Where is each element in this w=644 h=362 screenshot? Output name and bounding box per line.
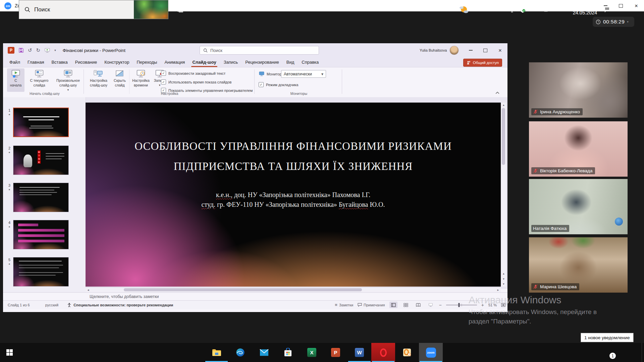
ppt-minimize-button[interactable] bbox=[463, 43, 478, 57]
task-view-button[interactable] bbox=[173, 0, 188, 19]
comments-button[interactable]: Примечания bbox=[358, 303, 385, 307]
checkbox-play-narrations[interactable]: ✓ Воспроизвести закадровый текст bbox=[161, 71, 225, 76]
reading-view-button[interactable] bbox=[414, 302, 422, 308]
taskbar-mail[interactable] bbox=[252, 343, 276, 362]
button-label: начала bbox=[10, 83, 22, 87]
taskbar-zoom[interactable]: zoom bbox=[419, 343, 443, 362]
slide-thumbnail-4[interactable] bbox=[13, 220, 69, 249]
slide-thumbnail-3[interactable] bbox=[13, 183, 69, 212]
slide-thumbnail-5[interactable] bbox=[13, 257, 69, 287]
maximize-button[interactable] bbox=[613, 0, 629, 11]
screen: zm Zoom Конференция × 00:58:29 ▾ P ↺ ↻ ▾… bbox=[0, 0, 644, 362]
timer-caret-icon: ▾ bbox=[627, 20, 629, 23]
from-beginning-button[interactable]: С начала bbox=[7, 68, 24, 92]
tab-review[interactable]: Рецензирование bbox=[241, 57, 282, 67]
redo-icon[interactable]: ↻ bbox=[36, 47, 41, 53]
weather-button[interactable]: 24°C bbox=[458, 0, 484, 19]
rehearse-timings-button[interactable]: Настройка времени bbox=[131, 68, 151, 92]
account-area[interactable]: Yulia Buhaitsova bbox=[420, 43, 459, 57]
mini-text-bar bbox=[46, 153, 64, 154]
participant-tile-1[interactable]: Ірина Андрющенко bbox=[529, 62, 628, 118]
tab-draw[interactable]: Рисование bbox=[71, 57, 101, 67]
vertical-scrollbar[interactable]: ▲ ▲ ▼ ▼ bbox=[501, 103, 506, 287]
hide-slide-button[interactable]: Скрыть слайд bbox=[112, 68, 128, 92]
tray-battery[interactable] bbox=[531, 0, 539, 19]
checkbox-use-timings[interactable]: ✓ Использовать время показа слайдов bbox=[161, 79, 231, 84]
taskbar-edge[interactable] bbox=[228, 343, 252, 362]
horizontal-scroll-thumb[interactable] bbox=[124, 288, 362, 291]
taskbar-search-box[interactable]: Поиск bbox=[19, 0, 168, 19]
slide-thumbnail-1[interactable] bbox=[13, 108, 69, 137]
task-view-icon bbox=[177, 6, 184, 13]
slide-canvas[interactable]: ОСОБЛИВОСТІ УПРАВЛІННЯ ФІНАНСОВИМИ РИЗИК… bbox=[86, 103, 501, 287]
taskbar-powerpoint[interactable]: P bbox=[324, 343, 347, 362]
start-button[interactable] bbox=[0, 343, 19, 362]
tab-home[interactable]: Главная bbox=[24, 57, 48, 67]
tray-windows-security[interactable] bbox=[520, 0, 526, 19]
setup-slideshow-button[interactable]: Настройка слайд-шоу bbox=[86, 68, 111, 92]
show-desktop-button[interactable] bbox=[642, 343, 644, 362]
tab-transitions[interactable]: Переходы bbox=[133, 57, 161, 67]
notes-pane[interactable]: Щелкните, чтобы добавить заметки bbox=[3, 292, 507, 301]
vertical-scroll-thumb[interactable] bbox=[502, 108, 505, 165]
accessibility-status[interactable]: Специальные возможности: проверьте реком… bbox=[73, 303, 173, 307]
qat-customize-caret-icon[interactable]: ▾ bbox=[54, 49, 56, 52]
taskbar-mail-app-orange[interactable] bbox=[395, 343, 419, 362]
action-center-button[interactable] bbox=[603, 0, 611, 19]
start-slideshow-icon[interactable] bbox=[44, 48, 50, 53]
taskbar-file-explorer[interactable] bbox=[205, 343, 228, 362]
tab-file[interactable]: Файл bbox=[6, 57, 24, 67]
tab-record[interactable]: Запись bbox=[220, 57, 242, 67]
slideshow-view-button[interactable] bbox=[427, 302, 435, 308]
tab-insert[interactable]: Вставка bbox=[48, 57, 71, 67]
slide-thumbnail-2[interactable]: R I S K bbox=[13, 145, 69, 175]
from-current-slide-button[interactable]: С текущего слайда bbox=[26, 68, 53, 92]
tab-slideshow[interactable]: Слайд-шоу bbox=[189, 57, 220, 67]
tab-animations[interactable]: Анимация bbox=[161, 57, 189, 67]
powerpoint-logo-icon[interactable]: P bbox=[8, 47, 14, 54]
ppt-close-button[interactable]: × bbox=[493, 43, 507, 57]
tab-view[interactable]: Вид bbox=[283, 57, 298, 67]
participant-tile-4[interactable]: Марина Шевцова bbox=[529, 237, 628, 293]
collapse-ribbon-icon[interactable] bbox=[495, 92, 499, 94]
scroll-up-icon[interactable]: ▲ bbox=[501, 104, 506, 107]
participant-name-label: Ірина Андрющенко bbox=[531, 108, 583, 115]
custom-slideshow-button[interactable]: Произвольное слайд-шоу ▾ bbox=[54, 68, 82, 92]
clock-icon bbox=[596, 19, 601, 24]
scroll-right-icon[interactable]: ► bbox=[496, 289, 500, 292]
slide-sorter-view-button[interactable] bbox=[402, 302, 410, 308]
participant-tile-2[interactable]: Вікторія Бабенко-Левада bbox=[529, 121, 628, 177]
taskbar-microsoft-store[interactable] bbox=[276, 343, 300, 362]
search-highlight-image[interactable] bbox=[134, 0, 168, 19]
scroll-left-icon[interactable]: ◄ bbox=[87, 289, 90, 292]
checkbox-presenter-view[interactable]: ✓ Режим докладчика bbox=[259, 82, 298, 87]
tray-microphone[interactable] bbox=[509, 0, 515, 19]
tray-camera[interactable] bbox=[543, 0, 550, 19]
ppt-maximize-button[interactable] bbox=[478, 43, 493, 57]
tray-clock[interactable]: 10:57 24.05.2024 bbox=[568, 0, 602, 19]
undo-icon[interactable]: ↺ bbox=[28, 47, 32, 53]
previous-slide-icon[interactable]: ▲ bbox=[501, 272, 506, 275]
horizontal-scrollbar[interactable]: ◄ ► bbox=[86, 287, 501, 292]
normal-view-button[interactable] bbox=[389, 302, 397, 308]
zoom-out-button[interactable]: − bbox=[439, 302, 442, 308]
taskbar-word[interactable]: W bbox=[347, 343, 371, 362]
taskbar-excel[interactable]: X bbox=[300, 343, 324, 362]
next-slide-icon[interactable]: ▼ bbox=[501, 278, 506, 281]
tab-design[interactable]: Конструктор bbox=[101, 57, 133, 67]
ppt-search-box[interactable]: Поиск bbox=[200, 46, 319, 55]
tab-help[interactable]: Справка bbox=[298, 57, 322, 67]
monitor-dropdown[interactable]: Автоматически ▾ bbox=[281, 70, 326, 78]
notes-toggle-button[interactable]: ≡Заметки bbox=[335, 302, 353, 307]
taskbar-opera[interactable] bbox=[371, 343, 395, 362]
save-icon[interactable] bbox=[18, 48, 24, 53]
scroll-down-icon[interactable]: ▼ bbox=[501, 283, 506, 286]
close-button[interactable]: × bbox=[629, 0, 644, 11]
tray-expand-button[interactable] bbox=[498, 0, 503, 19]
mini-title-bar bbox=[23, 116, 59, 117]
zoom-slider-thumb[interactable] bbox=[458, 303, 460, 307]
language-indicator[interactable]: русский bbox=[45, 303, 58, 307]
share-button[interactable]: Общий доступ bbox=[463, 59, 502, 67]
tray-language[interactable]: РУС bbox=[554, 0, 564, 19]
participant-tile-3-active-speaker[interactable]: Наталія Фатюха bbox=[529, 179, 628, 234]
